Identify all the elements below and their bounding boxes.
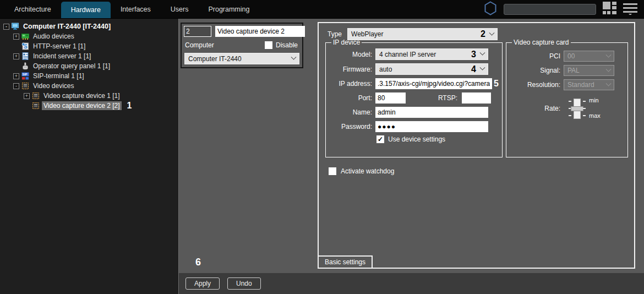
rate-slider[interactable]: min max bbox=[564, 97, 624, 121]
chevron-down-icon bbox=[606, 66, 612, 72]
tree-item-label: Operator query panel 1 [1] bbox=[31, 62, 112, 70]
hamburger-menu-icon[interactable] bbox=[623, 2, 637, 17]
use-device-settings-checkbox[interactable] bbox=[376, 135, 384, 143]
expand-icon[interactable]: + bbox=[24, 93, 30, 99]
device-id-field[interactable] bbox=[184, 26, 211, 37]
tab-basic-settings[interactable]: Basic settings bbox=[318, 255, 373, 269]
type-select-value: WebPlayer bbox=[351, 30, 481, 38]
activate-watchdog-checkbox[interactable] bbox=[329, 167, 336, 175]
chip-icon bbox=[32, 102, 40, 110]
settings-workspace: Computer Disable Computer IT-2440 6 bbox=[179, 19, 644, 273]
tree-item-label: Audio devices bbox=[31, 32, 76, 41]
disable-checkbox[interactable] bbox=[265, 41, 272, 49]
resolution-label: Resolution: bbox=[510, 81, 560, 89]
tree-item-label: HTTP-server 1 [1] bbox=[31, 42, 87, 51]
chevron-down-icon bbox=[480, 65, 485, 70]
search-input[interactable] bbox=[504, 4, 596, 15]
ip-address-field[interactable] bbox=[375, 78, 492, 89]
collapse-icon[interactable]: - bbox=[3, 24, 9, 30]
tree-item-video-capture-device-1[interactable]: + Video capture device 1 [1] bbox=[0, 91, 178, 101]
nav-interfaces[interactable]: Interfaces bbox=[111, 0, 161, 18]
resolution-select: Standard bbox=[564, 79, 614, 90]
pci-select-value: 00 bbox=[567, 52, 607, 60]
incident-server-icon bbox=[21, 52, 29, 60]
computer-select[interactable]: Computer IT-2440 bbox=[184, 53, 299, 64]
tree-item-http-server[interactable]: S HTTP-server 1 [1] bbox=[0, 41, 178, 51]
nav-architecture[interactable]: Architecture bbox=[4, 0, 61, 18]
tree-item-computer[interactable]: - Computer IT-2440 [IT-2440] bbox=[0, 21, 178, 31]
nav-hardware[interactable]: Hardware bbox=[61, 2, 111, 18]
chevron-down-icon bbox=[489, 30, 495, 35]
hexagon-logo-icon bbox=[484, 1, 497, 18]
ip-device-group: IP device Model: 4 channel IP server 3 F… bbox=[325, 39, 503, 157]
tree-item-label: Video capture device 1 [1] bbox=[42, 91, 122, 100]
rate-max-label: max bbox=[589, 112, 601, 119]
undo-button[interactable]: Undo bbox=[227, 277, 261, 290]
model-label: Model: bbox=[329, 51, 372, 58]
device-identity-box: Computer Disable Computer IT-2440 bbox=[181, 23, 303, 68]
ip-address-label: IP address: bbox=[329, 80, 372, 88]
top-navigation-bar: Architecture Hardware Interfaces Users P… bbox=[0, 0, 644, 19]
collapse-icon[interactable]: - bbox=[13, 83, 19, 89]
firmware-select[interactable]: auto 4 bbox=[375, 63, 488, 75]
model-select[interactable]: 4 channel IP server 3 bbox=[375, 48, 488, 60]
tree-item-video-capture-device-2[interactable]: Video capture device 2 [2] 1 bbox=[0, 101, 178, 111]
rtsp-field[interactable] bbox=[462, 92, 491, 104]
tree-item-label: Incident server 1 [1] bbox=[31, 52, 92, 61]
layout-grid-icon[interactable] bbox=[603, 2, 616, 17]
nav-programming[interactable]: Programming bbox=[198, 0, 259, 18]
computer-select-value: Computer IT-2440 bbox=[188, 55, 292, 63]
tree-item-label: SIP-terminal 1 [1] bbox=[31, 72, 86, 80]
tree-item-video-devices[interactable]: - Video devices bbox=[0, 81, 178, 91]
tree-item-audio-devices[interactable]: + Audio devices bbox=[0, 31, 178, 41]
ip-device-group-title: IP device bbox=[331, 39, 362, 46]
tree-item-incident-server[interactable]: + Incident server 1 [1] bbox=[0, 51, 178, 61]
chevron-down-icon bbox=[606, 80, 612, 86]
type-label: Type bbox=[328, 30, 342, 38]
login-name-field[interactable] bbox=[375, 107, 488, 118]
chip-icon bbox=[21, 82, 29, 90]
nav-users[interactable]: Users bbox=[161, 0, 199, 18]
tree-item-label-selected: Video capture device 2 [2] bbox=[42, 101, 122, 110]
disable-label: Disable bbox=[276, 41, 298, 49]
signal-select: PAL bbox=[564, 65, 614, 76]
rtsp-label: RTSP: bbox=[414, 94, 457, 102]
tree-item-operator-query-panel[interactable]: Operator query panel 1 [1] bbox=[0, 61, 178, 71]
tree-item-label: Video devices bbox=[31, 81, 76, 90]
port-label: Port: bbox=[329, 94, 372, 102]
svg-text:SIP: SIP bbox=[23, 73, 28, 76]
chip-icon bbox=[32, 92, 40, 100]
rate-slider-handle[interactable] bbox=[571, 106, 583, 111]
password-field[interactable] bbox=[375, 121, 488, 132]
sip-terminal-icon: SIP bbox=[21, 72, 29, 80]
chevron-down-icon bbox=[606, 52, 612, 57]
apply-button[interactable]: Apply bbox=[185, 277, 220, 290]
callout-2: 2 bbox=[481, 29, 485, 39]
activate-watchdog-label: Activate watchdog bbox=[341, 167, 394, 175]
expand-icon[interactable]: + bbox=[13, 73, 19, 79]
callout-6: 6 bbox=[195, 257, 201, 268]
name-label: Name: bbox=[329, 108, 372, 116]
password-label: Password: bbox=[329, 123, 372, 130]
pci-label: PCI bbox=[510, 52, 560, 60]
expand-icon[interactable]: + bbox=[13, 34, 19, 40]
firmware-label: Firmware: bbox=[329, 66, 372, 73]
audio-card-icon bbox=[21, 32, 29, 40]
port-field[interactable] bbox=[375, 92, 406, 104]
tree-item-sip-terminal[interactable]: + SIP SIP-terminal 1 [1] bbox=[0, 71, 178, 81]
signal-label: Signal: bbox=[510, 67, 560, 74]
video-capture-card-group: Video capture card PCI 00 Signal: PAL bbox=[506, 39, 628, 157]
computer-icon bbox=[12, 23, 19, 30]
video-capture-card-group-title: Video capture card bbox=[512, 39, 571, 46]
tree-item-label: Computer IT-2440 [IT-2440] bbox=[21, 22, 112, 31]
expand-icon[interactable]: + bbox=[13, 53, 19, 59]
operator-panel-icon bbox=[21, 62, 29, 70]
action-bar: Apply Undo bbox=[179, 273, 644, 294]
model-select-value: 4 channel IP server bbox=[379, 51, 471, 58]
resolution-select-value: Standard bbox=[567, 81, 607, 89]
pci-select: 00 bbox=[564, 51, 614, 62]
chevron-down-icon bbox=[291, 55, 297, 60]
use-device-settings-label: Use device settings bbox=[388, 135, 445, 143]
device-name-field[interactable] bbox=[215, 26, 305, 37]
rate-label: Rate: bbox=[510, 105, 560, 112]
